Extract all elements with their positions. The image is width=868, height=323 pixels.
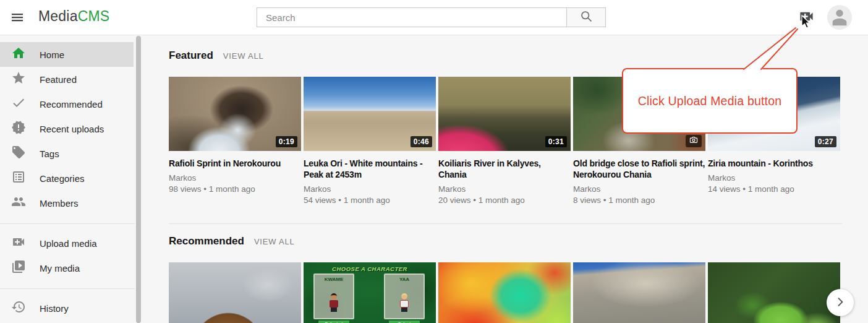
featured-section-header: Featured VIEW ALL: [169, 50, 263, 62]
sidebar-item-label: Featured: [40, 74, 77, 85]
section-title: Recommended: [169, 235, 244, 248]
home-icon: [11, 46, 26, 63]
video-card[interactable]: 0:19 Rafioli Sprint in Nerokourou Markos…: [169, 77, 301, 206]
thumbnail-text: CHOOSE A CHARACTER: [304, 265, 436, 272]
sidebar-item-recent-uploads[interactable]: Recent uploads: [0, 116, 134, 141]
video-thumbnail[interactable]: [573, 262, 705, 323]
sidebar-item-categories[interactable]: Categories: [0, 166, 134, 191]
upload-media-icon: [11, 235, 26, 252]
video-thumbnail[interactable]: CHOOSE A CHARACTER KWAME YAA Selected Se…: [304, 262, 436, 323]
sidebar-divider: [0, 223, 135, 224]
camera-badge: [686, 135, 702, 147]
duration-badge: 0:46: [411, 136, 432, 147]
recommended-row: CHOOSE A CHARACTER KWAME YAA Selected Se…: [169, 262, 840, 323]
video-thumbnail[interactable]: 0:19: [169, 77, 301, 151]
upload-media-button[interactable]: [796, 8, 816, 27]
history-icon: [11, 299, 26, 317]
check-icon: [11, 95, 26, 113]
tag-icon: [11, 145, 26, 162]
sidebar-scrollbar[interactable]: [136, 36, 141, 323]
video-card[interactable]: 0:31 Koiliaris River in Kalyves, Chania …: [438, 77, 571, 206]
video-title[interactable]: Koiliaris River in Kalyves, Chania: [438, 158, 571, 180]
duration-badge: 0:31: [545, 136, 567, 147]
video-card[interactable]: CHOOSE A CHARACTER KWAME YAA Selected Se…: [304, 262, 436, 323]
sidebar-item-members[interactable]: Members: [0, 191, 134, 215]
thumbnail-text: Select: [389, 321, 420, 323]
search-button[interactable]: [566, 7, 606, 27]
categories-icon: [11, 170, 26, 187]
sidebar-item-label: Recommended: [40, 99, 103, 110]
view-all-link[interactable]: VIEW ALL: [223, 51, 264, 61]
video-thumbnail[interactable]: [708, 262, 840, 323]
sidebar-item-history[interactable]: History: [0, 296, 134, 321]
search-icon: [580, 10, 593, 25]
video-meta: 54 views • 1 month ago: [304, 195, 436, 206]
carousel-next-button[interactable]: [827, 289, 854, 316]
video-card[interactable]: [169, 262, 301, 323]
sidebar-divider: [0, 288, 135, 289]
character-panel: YAA: [384, 273, 425, 319]
video-author[interactable]: Markos: [573, 184, 705, 195]
members-icon: [11, 194, 26, 212]
sidebar-item-recommended[interactable]: Recommended: [0, 92, 134, 116]
sidebar: Home Featured Recommended Recent uploads…: [0, 35, 135, 323]
star-icon: [11, 71, 26, 88]
camera-icon: [689, 136, 698, 147]
video-card[interactable]: [438, 262, 571, 323]
chevron-right-icon: [834, 296, 846, 310]
logo-text-media: Media: [38, 8, 78, 24]
sidebar-item-label: My media: [40, 263, 80, 273]
header: MediaCMS: [0, 0, 868, 35]
sidebar-item-label: History: [40, 303, 69, 314]
video-author[interactable]: Markos: [708, 173, 840, 184]
logo-text-cms: CMS: [78, 8, 110, 24]
video-title[interactable]: Ziria mountain - Korinthos: [708, 158, 840, 169]
avatar[interactable]: [827, 5, 852, 30]
thumbnail-text: Selected: [318, 321, 349, 323]
sidebar-item-label: Categories: [40, 173, 85, 184]
search-bar: [257, 7, 606, 27]
section-title: Featured: [169, 50, 213, 62]
sidebar-item-label: Home: [40, 50, 64, 60]
view-all-link[interactable]: VIEW ALL: [254, 237, 295, 246]
callout-text: Click Upload Media button: [638, 94, 782, 108]
video-author[interactable]: Markos: [438, 184, 571, 195]
sidebar-item-label: Recent uploads: [40, 124, 104, 134]
video-library-icon: [11, 259, 26, 277]
sidebar-item-home[interactable]: Home: [0, 42, 134, 67]
character-sprite: [329, 293, 339, 312]
video-meta: 98 views • 1 month ago: [169, 184, 301, 195]
thumbnail-text: KWAME: [315, 277, 353, 282]
video-thumbnail[interactable]: 0:46: [304, 77, 436, 151]
character-sprite: [399, 293, 409, 312]
sidebar-item-label: Members: [40, 198, 79, 209]
video-card[interactable]: 0:46 Leuka Ori - White mountains - Peak …: [304, 77, 436, 206]
video-author[interactable]: Markos: [169, 173, 301, 184]
video-meta: 20 views • 1 month ago: [438, 195, 571, 206]
thumbnail-text: YAA: [385, 277, 423, 282]
video-thumbnail[interactable]: [438, 262, 571, 323]
video-thumbnail[interactable]: 0:31: [438, 77, 571, 151]
video-title[interactable]: Rafioli Sprint in Nerokourou: [169, 158, 301, 169]
sidebar-item-label: Tags: [40, 149, 59, 159]
sidebar-item-tags[interactable]: Tags: [0, 141, 134, 166]
video-card[interactable]: [708, 262, 840, 323]
search-input[interactable]: [257, 7, 566, 27]
tutorial-callout: Click Upload Media button: [622, 68, 798, 134]
logo[interactable]: MediaCMS: [38, 8, 109, 25]
video-card[interactable]: [573, 262, 705, 323]
sidebar-item-featured[interactable]: Featured: [0, 67, 134, 92]
video-meta: 14 views • 1 month ago: [708, 184, 840, 195]
sidebar-item-my-media[interactable]: My media: [0, 256, 134, 280]
character-panel: KWAME: [313, 273, 354, 319]
video-author[interactable]: Markos: [304, 184, 436, 195]
mediacms-app: { "header": { "logo_media": "Media", "lo…: [0, 0, 868, 323]
video-thumbnail[interactable]: [169, 262, 301, 323]
sidebar-item-upload-media[interactable]: Upload media: [0, 231, 134, 256]
video-title[interactable]: Old bridge close to Rafioli sprint, Nero…: [573, 158, 705, 180]
section-divider: [169, 223, 843, 224]
video-title[interactable]: Leuka Ori - White mountains - Peak at 24…: [304, 158, 436, 180]
duration-badge: 0:19: [276, 136, 297, 147]
upload-media-icon: [798, 8, 815, 27]
menu-icon[interactable]: [9, 10, 26, 25]
